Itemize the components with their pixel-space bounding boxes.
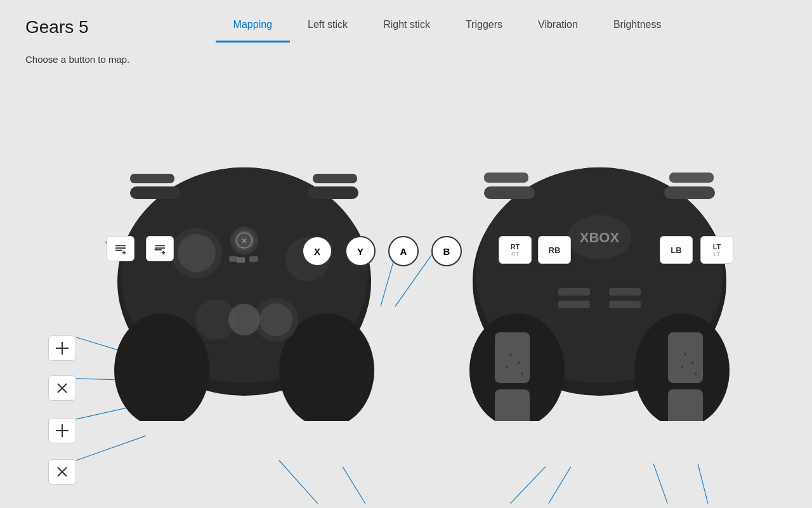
svg-rect-32	[229, 256, 238, 262]
tab-brightness[interactable]: Brightness	[596, 11, 679, 42]
svg-point-77	[695, 372, 697, 375]
svg-point-71	[518, 361, 520, 364]
svg-point-25	[178, 234, 216, 272]
svg-rect-57	[495, 389, 530, 421]
svg-point-73	[521, 372, 523, 375]
svg-line-10	[279, 460, 322, 504]
game-title: Gears 5	[25, 17, 89, 37]
tab-right-stick[interactable]: Right stick	[365, 11, 448, 42]
svg-point-29	[228, 304, 260, 335]
svg-rect-62	[558, 301, 590, 308]
dpad-up-button[interactable]	[48, 335, 76, 361]
tab-triggers[interactable]: Triggers	[448, 11, 520, 42]
svg-point-46	[338, 375, 341, 378]
svg-text:XBOX: XBOX	[580, 230, 620, 245]
svg-rect-63	[609, 301, 641, 308]
tab-nav: Mapping Left stick Right stick Triggers …	[216, 11, 679, 42]
svg-rect-68	[484, 173, 528, 183]
controller-front-image: ✕	[105, 129, 384, 421]
svg-rect-79	[115, 247, 126, 249]
main-area: ✕ XBOX	[0, 72, 812, 504]
svg-text:✕: ✕	[241, 237, 247, 245]
svg-rect-60	[558, 288, 590, 296]
dpad-left-button[interactable]	[48, 375, 76, 401]
dpad-left-icon	[53, 379, 71, 397]
svg-rect-69	[669, 173, 714, 183]
rb-button[interactable]: RB	[538, 236, 571, 264]
svg-rect-35	[130, 186, 181, 199]
tab-mapping[interactable]: Mapping	[216, 11, 290, 42]
svg-point-27	[259, 303, 292, 336]
svg-point-43	[329, 356, 331, 359]
svg-line-17	[546, 467, 571, 504]
svg-rect-78	[115, 245, 126, 247]
svg-point-39	[154, 356, 157, 359]
rt-button[interactable]: RT RT	[499, 236, 532, 264]
svg-point-74	[684, 353, 686, 356]
subtitle: Choose a button to map.	[0, 42, 812, 72]
tab-vibration[interactable]: Vibration	[520, 11, 596, 42]
b-button[interactable]: B	[431, 236, 462, 266]
svg-rect-36	[308, 186, 358, 199]
svg-point-72	[506, 366, 508, 368]
svg-rect-37	[130, 174, 174, 183]
svg-rect-61	[609, 288, 641, 296]
svg-rect-56	[495, 332, 530, 383]
x-button[interactable]: X	[302, 236, 332, 266]
svg-point-70	[509, 353, 512, 356]
svg-line-18	[653, 464, 669, 504]
svg-line-5	[76, 436, 146, 460]
paddle-button-1[interactable]	[107, 236, 134, 261]
tab-left-stick[interactable]: Left stick	[290, 11, 365, 42]
svg-rect-84	[155, 247, 166, 249]
lt-button[interactable]: LT LT	[700, 236, 733, 264]
paddle-button-2[interactable]	[146, 236, 174, 261]
svg-rect-58	[668, 332, 703, 383]
svg-rect-80	[115, 250, 122, 251]
svg-line-11	[343, 467, 368, 504]
svg-rect-38	[313, 174, 357, 183]
svg-point-75	[691, 361, 694, 364]
svg-rect-59	[668, 389, 703, 421]
svg-point-41	[151, 369, 154, 372]
svg-point-42	[167, 375, 169, 378]
lb-button[interactable]: LB	[660, 236, 693, 264]
svg-point-40	[160, 366, 163, 368]
dpad-down-icon	[56, 424, 69, 437]
dpad-down-button[interactable]	[48, 418, 76, 443]
svg-line-16	[506, 467, 546, 504]
header: Gears 5 Mapping Left stick Right stick T…	[0, 0, 812, 42]
svg-rect-66	[484, 186, 535, 199]
dpad-right-icon	[53, 463, 71, 481]
controller-back-image: XBOX	[460, 129, 739, 421]
a-button[interactable]: A	[388, 236, 419, 266]
svg-rect-33	[249, 256, 258, 262]
dpad-right-button[interactable]	[48, 459, 76, 485]
dpad-up-icon	[56, 342, 69, 355]
svg-rect-67	[664, 186, 715, 199]
svg-point-44	[335, 366, 337, 368]
svg-point-45	[322, 369, 325, 372]
svg-line-19	[698, 464, 709, 504]
y-button[interactable]: Y	[345, 236, 376, 266]
svg-point-76	[681, 366, 683, 368]
svg-rect-83	[155, 245, 166, 247]
